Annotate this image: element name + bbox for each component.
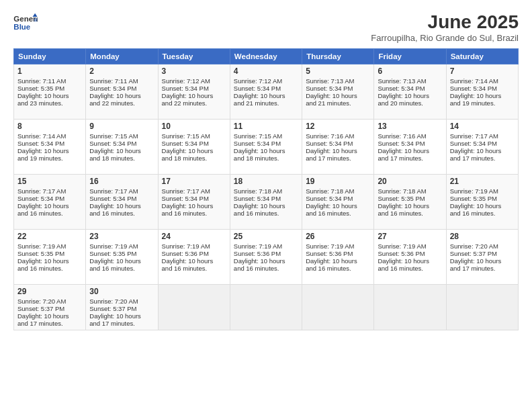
sunset-label: Sunset: 5:35 PM (17, 250, 64, 257)
sunset-label: Sunset: 5:36 PM (162, 250, 209, 257)
daylight-label: Daylight: 10 hours (89, 312, 141, 320)
sunset-label: Sunset: 5:37 PM (17, 305, 64, 312)
table-row (446, 284, 518, 330)
sunrise-label: Sunrise: 7:19 AM (378, 242, 426, 250)
sunset-label: Sunset: 5:35 PM (17, 85, 64, 92)
table-row: 24 Sunrise: 7:19 AM Sunset: 5:36 PM Dayl… (158, 229, 230, 284)
daylight-label: Daylight: 10 hours (162, 147, 214, 154)
day-number: 14 (450, 122, 515, 131)
sunrise-label: Sunrise: 7:14 AM (450, 77, 498, 85)
sunset-label: Sunset: 5:34 PM (378, 85, 425, 92)
calendar-week-1: 1 Sunrise: 7:11 AM Sunset: 5:35 PM Dayli… (14, 64, 519, 119)
sunset-label: Sunset: 5:34 PM (234, 85, 281, 92)
sunrise-label: Sunrise: 7:15 AM (89, 132, 138, 140)
sunrise-label: Sunrise: 7:19 AM (306, 242, 354, 250)
sunrise-label: Sunrise: 7:19 AM (89, 242, 138, 250)
sunset-label: Sunset: 5:34 PM (162, 140, 209, 147)
daylight-minutes: and 22 minutes. (162, 99, 208, 107)
table-row: 5 Sunrise: 7:13 AM Sunset: 5:34 PM Dayli… (302, 64, 374, 119)
day-number: 27 (378, 232, 442, 241)
col-wednesday: Wednesday (230, 48, 302, 64)
daylight-label: Daylight: 10 hours (234, 202, 285, 210)
calendar-week-2: 8 Sunrise: 7:14 AM Sunset: 5:34 PM Dayli… (14, 119, 519, 174)
svg-marker-3 (34, 18, 37, 21)
day-number: 13 (378, 122, 442, 131)
day-number: 23 (89, 232, 154, 241)
day-number: 25 (234, 232, 298, 241)
sunrise-label: Sunrise: 7:19 AM (162, 242, 210, 250)
table-row: 18 Sunrise: 7:18 AM Sunset: 5:34 PM Dayl… (230, 174, 302, 229)
sunrise-label: Sunrise: 7:18 AM (378, 187, 426, 195)
col-saturday: Saturday (446, 48, 518, 64)
table-row: 25 Sunrise: 7:19 AM Sunset: 5:36 PM Dayl… (230, 229, 302, 284)
daylight-minutes: and 23 minutes. (17, 99, 63, 107)
logo: General Blue (13, 12, 38, 32)
day-number: 29 (17, 287, 82, 296)
daylight-label: Daylight: 10 hours (17, 147, 69, 154)
daylight-minutes: and 16 minutes. (378, 210, 423, 217)
daylight-label: Daylight: 10 hours (17, 92, 69, 99)
sunrise-label: Sunrise: 7:19 AM (450, 187, 498, 195)
header: General Blue June 2025 Farroupilha, Rio … (13, 12, 519, 43)
table-row: 13 Sunrise: 7:16 AM Sunset: 5:34 PM Dayl… (374, 119, 446, 174)
sunrise-label: Sunrise: 7:13 AM (306, 77, 354, 85)
sunset-label: Sunset: 5:34 PM (89, 140, 136, 147)
table-row: 27 Sunrise: 7:19 AM Sunset: 5:36 PM Dayl… (374, 229, 446, 284)
daylight-label: Daylight: 10 hours (450, 257, 502, 265)
daylight-label: Daylight: 10 hours (234, 257, 285, 265)
sunrise-label: Sunrise: 7:16 AM (378, 132, 426, 140)
day-number: 11 (234, 122, 298, 131)
daylight-minutes: and 16 minutes. (378, 265, 423, 272)
table-row: 16 Sunrise: 7:17 AM Sunset: 5:34 PM Dayl… (86, 174, 158, 229)
daylight-minutes: and 16 minutes. (450, 210, 496, 217)
calendar: Sunday Monday Tuesday Wednesday Thursday… (13, 48, 519, 330)
sunset-label: Sunset: 5:34 PM (306, 85, 353, 92)
daylight-label: Daylight: 10 hours (89, 147, 141, 154)
table-row: 14 Sunrise: 7:17 AM Sunset: 5:34 PM Dayl… (446, 119, 518, 174)
table-row: 30 Sunrise: 7:20 AM Sunset: 5:37 PM Dayl… (86, 284, 158, 330)
daylight-label: Daylight: 10 hours (450, 147, 502, 154)
col-monday: Monday (86, 48, 158, 64)
sunrise-label: Sunrise: 7:19 AM (17, 242, 66, 250)
month-title: June 2025 (371, 12, 519, 33)
daylight-label: Daylight: 10 hours (17, 257, 69, 265)
day-number: 1 (17, 66, 82, 76)
table-row: 22 Sunrise: 7:19 AM Sunset: 5:35 PM Dayl… (14, 229, 86, 284)
sunset-label: Sunset: 5:35 PM (378, 195, 425, 202)
table-row (302, 284, 374, 330)
header-row: Sunday Monday Tuesday Wednesday Thursday… (14, 48, 519, 64)
day-number: 20 (378, 177, 442, 186)
day-number: 17 (162, 177, 226, 186)
day-number: 30 (89, 287, 154, 296)
sunrise-label: Sunrise: 7:12 AM (234, 77, 282, 85)
daylight-minutes: and 16 minutes. (17, 265, 63, 272)
sunset-label: Sunset: 5:36 PM (234, 250, 281, 257)
table-row: 7 Sunrise: 7:14 AM Sunset: 5:34 PM Dayli… (446, 64, 518, 119)
col-sunday: Sunday (14, 48, 86, 64)
daylight-minutes: and 16 minutes. (234, 210, 279, 217)
sunset-label: Sunset: 5:34 PM (89, 195, 136, 202)
daylight-label: Daylight: 10 hours (378, 202, 429, 210)
day-number: 26 (306, 232, 370, 241)
sunrise-label: Sunrise: 7:18 AM (306, 187, 354, 195)
daylight-minutes: and 20 minutes. (378, 99, 423, 107)
table-row: 20 Sunrise: 7:18 AM Sunset: 5:35 PM Dayl… (374, 174, 446, 229)
sunrise-label: Sunrise: 7:12 AM (162, 77, 210, 85)
logo-icon: General Blue (13, 12, 38, 32)
page: General Blue June 2025 Farroupilha, Rio … (0, 0, 532, 411)
day-number: 3 (162, 66, 226, 76)
day-number: 12 (306, 122, 370, 131)
svg-text:Blue: Blue (13, 23, 30, 31)
daylight-minutes: and 21 minutes. (306, 99, 351, 107)
sunset-label: Sunset: 5:34 PM (89, 85, 136, 92)
daylight-label: Daylight: 10 hours (450, 92, 502, 99)
daylight-label: Daylight: 10 hours (306, 202, 357, 210)
sunset-label: Sunset: 5:34 PM (162, 85, 209, 92)
sunrise-label: Sunrise: 7:11 AM (17, 77, 66, 85)
table-row: 3 Sunrise: 7:12 AM Sunset: 5:34 PM Dayli… (158, 64, 230, 119)
daylight-minutes: and 18 minutes. (234, 154, 279, 162)
sunset-label: Sunset: 5:37 PM (89, 305, 136, 312)
daylight-minutes: and 17 minutes. (450, 154, 496, 162)
calendar-week-5: 29 Sunrise: 7:20 AM Sunset: 5:37 PM Dayl… (14, 284, 519, 330)
day-number: 2 (89, 66, 154, 76)
